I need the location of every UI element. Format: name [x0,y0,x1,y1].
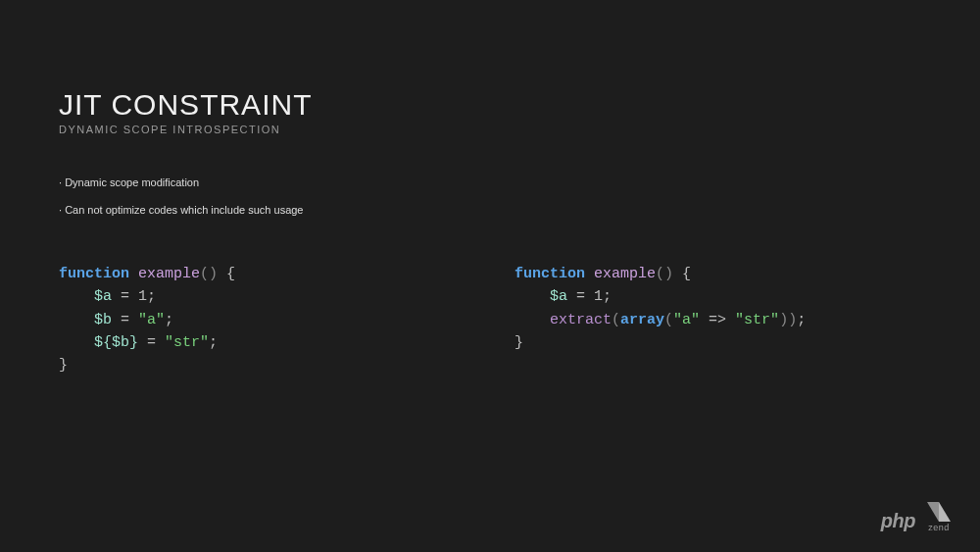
equals: = [567,288,594,305]
rparen: ) [788,312,797,328]
string-a: "a" [673,312,700,328]
keyword-function: function [59,266,129,282]
semicolon: ; [147,288,156,305]
semicolon: ; [603,288,612,305]
parens: () [200,266,218,282]
code-block-left: function example() { $a = 1; $b = "a"; $… [59,263,466,376]
brace-open: { [226,266,235,282]
var-a: $a [550,288,567,305]
string-str: "str" [165,334,209,351]
function-name: example [138,266,200,282]
zend-mark-icon [927,502,951,522]
rparen: ) [779,312,788,328]
brace-open: { [682,266,691,282]
semicolon: ; [209,334,218,351]
var-deref-inner: $b [112,334,129,351]
keyword-array: array [620,312,664,328]
brace-close: } [514,334,523,351]
zend-logo: zend [927,502,951,532]
var-b: $b [94,312,112,328]
brace-close: } [59,357,68,374]
slide-title: JIT CONSTRAINT [59,88,921,122]
slide-subtitle: DYNAMIC SCOPE INTROSPECTION [59,124,921,135]
call-extract: extract [550,312,612,328]
number-one: 1 [138,288,147,305]
code-row: function example() { $a = 1; $b = "a"; $… [59,263,921,376]
footer-logos: php zend [881,502,951,532]
bullet-item: Dynamic scope modification [59,176,921,188]
var-a: $a [94,288,112,305]
semicolon: ; [797,312,806,328]
arrow: => [700,312,735,328]
string-a: "a" [138,312,165,328]
equals: = [112,288,138,305]
zend-text: zend [928,523,950,532]
bullet-item: Can not optimize codes which include suc… [59,204,921,216]
var-deref-close: } [129,334,138,351]
equals: = [138,334,165,351]
semicolon: ; [165,312,173,328]
bullet-list: Dynamic scope modification Can not optim… [59,176,921,216]
number-one: 1 [594,288,603,305]
code-block-right: function example() { $a = 1; extract(arr… [514,263,921,376]
keyword-function: function [514,266,585,282]
function-name: example [594,266,656,282]
lparen: ( [664,312,673,328]
php-logo: php [881,510,915,532]
slide: JIT CONSTRAINT DYNAMIC SCOPE INTROSPECTI… [0,0,980,376]
parens: () [656,266,673,282]
equals: = [112,312,138,328]
var-deref-open: ${ [94,334,112,351]
string-str: "str" [735,312,779,328]
lparen: ( [612,312,620,328]
